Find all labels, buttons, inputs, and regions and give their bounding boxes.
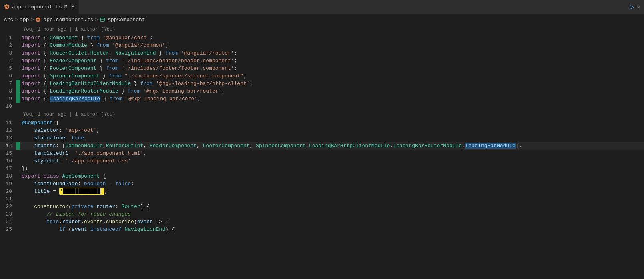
line-number-15: 15 <box>0 150 16 157</box>
line-content-19: isNotFoundPage: boolean = false; <box>20 180 644 188</box>
line-content-22: constructor(private router: Router) { <box>20 203 644 210</box>
line-content-20: title = '████████████'; <box>20 188 644 195</box>
code-line-11: 11 @Component({ <box>0 119 644 127</box>
line-content-10 <box>20 103 644 110</box>
line-content-6: import { SpinnerComponent } from "./incl… <box>20 72 644 80</box>
line-content-16: styleUrl: './app.component.css' <box>20 157 644 165</box>
line-gutter-13 <box>16 134 20 142</box>
blame-annotation-2: You, 1 hour ago | 1 author (You) <box>0 110 644 119</box>
line-number-1: 1 <box>0 34 16 42</box>
line-number-20: 20 <box>0 188 16 195</box>
line-gutter-5 <box>16 65 20 72</box>
code-line-10: 10 <box>0 103 644 110</box>
line-gutter-24 <box>16 218 20 226</box>
code-line-16: 16 styleUrl: './app.component.css' <box>0 157 644 165</box>
line-content-23: // Listen for route changes <box>20 210 644 218</box>
code-line-18: 18 export class AppComponent { <box>0 172 644 180</box>
code-line-17: 17 }) <box>0 165 644 172</box>
line-number-23: 23 <box>0 210 16 218</box>
line-number-6: 6 <box>0 72 16 80</box>
code-line-2: 2 import { CommonModule } from '@angular… <box>0 42 644 49</box>
line-content-13: standalone: true, <box>20 134 644 142</box>
code-line-7: 7 import { LoadingBarHttpClientModule } … <box>0 80 644 87</box>
svg-marker-2 <box>36 17 40 22</box>
line-number-14: 14 <box>0 142 16 150</box>
tab-close-button[interactable]: × <box>72 4 74 10</box>
code-line-5: 5 import { FooterComponent } from './inc… <box>0 65 644 72</box>
breadcrumb-app[interactable]: app <box>20 17 29 23</box>
line-content-3: import { RouterOutlet,Router, Navigation… <box>20 49 644 57</box>
code-line-6: 6 import { SpinnerComponent } from "./in… <box>0 72 644 80</box>
breadcrumb-sep-1: > <box>15 17 18 23</box>
line-gutter-12 <box>16 127 20 134</box>
line-number-24: 24 <box>0 218 16 226</box>
line-number-22: 22 <box>0 203 16 210</box>
code-line-24: 24 this.router.events.subscribe(event =>… <box>0 218 644 226</box>
line-gutter-25 <box>16 226 20 233</box>
breadcrumb-sep-2: > <box>31 17 34 23</box>
toolbar-actions: ▷ ⊡ <box>630 2 644 11</box>
line-content-7: import { LoadingBarHttpClientModule } fr… <box>20 80 644 87</box>
tab-filename: app.component.ts <box>12 4 62 10</box>
line-gutter-20 <box>16 188 20 195</box>
line-gutter-16 <box>16 157 20 165</box>
svg-rect-4 <box>100 18 104 21</box>
code-line-8: 8 import { LoadingBarRouterModule } from… <box>0 87 644 95</box>
line-number-12: 12 <box>0 127 16 134</box>
run-button[interactable]: ▷ <box>630 2 634 11</box>
breadcrumb-file-icon <box>35 17 41 22</box>
code-line-1: 1 import { Component } from '@angular/co… <box>0 34 644 42</box>
code-editor[interactable]: You, 1 hour ago | 1 author (You) 1 impor… <box>0 25 644 279</box>
line-gutter-11 <box>16 119 20 127</box>
line-content-8: import { LoadingBarRouterModule } from '… <box>20 87 644 95</box>
line-number-3: 3 <box>0 49 16 57</box>
breadcrumb-class[interactable]: AppComponent <box>108 17 145 23</box>
line-number-4: 4 <box>0 57 16 65</box>
line-gutter-15 <box>16 150 20 157</box>
line-content-24: this.router.events.subscribe(event => { <box>20 218 644 226</box>
line-number-10: 10 <box>0 103 16 110</box>
code-line-19: 19 isNotFoundPage: boolean = false; <box>0 180 644 188</box>
split-editor-button[interactable]: ⊡ <box>637 4 640 10</box>
code-line-3: 3 import { RouterOutlet,Router, Navigati… <box>0 49 644 57</box>
line-number-2: 2 <box>0 42 16 49</box>
code-line-4: 4 import { HeaderComponent } from './inc… <box>0 57 644 65</box>
breadcrumb-src[interactable]: src <box>4 17 13 23</box>
line-content-12: selector: 'app-root', <box>20 127 644 134</box>
tab-app-component[interactable]: app.component.ts M × <box>0 0 79 14</box>
line-content-9: import { LoadingBarModule } from '@ngx-l… <box>20 95 644 103</box>
line-gutter-8 <box>16 87 20 95</box>
code-line-21: 21 <box>0 195 644 203</box>
code-line-25: 25 if (event instanceof NavigationEnd) { <box>0 226 644 233</box>
line-gutter-21 <box>16 195 20 203</box>
tab-modified-indicator: M <box>64 4 68 10</box>
line-content-2: import { CommonModule } from '@angular/c… <box>20 42 644 49</box>
code-line-23: 23 // Listen for route changes <box>0 210 644 218</box>
line-gutter-4 <box>16 57 20 65</box>
breadcrumb-sep-3: > <box>95 17 98 23</box>
code-line-20: 20 title = '████████████'; <box>0 188 644 195</box>
line-content-5: import { FooterComponent } from './inclu… <box>20 65 644 72</box>
line-gutter-9 <box>16 95 20 103</box>
code-line-13: 13 standalone: true, <box>0 134 644 142</box>
breadcrumb-class-icon <box>100 17 105 22</box>
line-gutter-1 <box>16 34 20 42</box>
code-line-14: 14 imports: [CommonModule,RouterOutlet, … <box>0 142 644 150</box>
line-number-18: 18 <box>0 172 16 180</box>
breadcrumb-file[interactable]: app.component.ts <box>43 17 93 23</box>
line-content-1: import { Component } from '@angular/core… <box>20 34 644 42</box>
line-number-16: 16 <box>0 157 16 165</box>
line-gutter-2 <box>16 42 20 49</box>
line-content-15: templateUrl: './app.component.html', <box>20 150 644 157</box>
line-content-4: import { HeaderComponent } from './inclu… <box>20 57 644 65</box>
code-line-22: 22 constructor(private router: Router) { <box>0 203 644 210</box>
tab-bar: app.component.ts M × ▷ ⊡ <box>0 0 644 14</box>
line-gutter-6 <box>16 72 20 80</box>
line-gutter-7 <box>16 80 20 87</box>
line-number-8: 8 <box>0 87 16 95</box>
line-number-21: 21 <box>0 195 16 203</box>
line-number-17: 17 <box>0 165 16 172</box>
line-gutter-23 <box>16 210 20 218</box>
line-gutter-14 <box>16 142 20 150</box>
line-gutter-3 <box>16 49 20 57</box>
